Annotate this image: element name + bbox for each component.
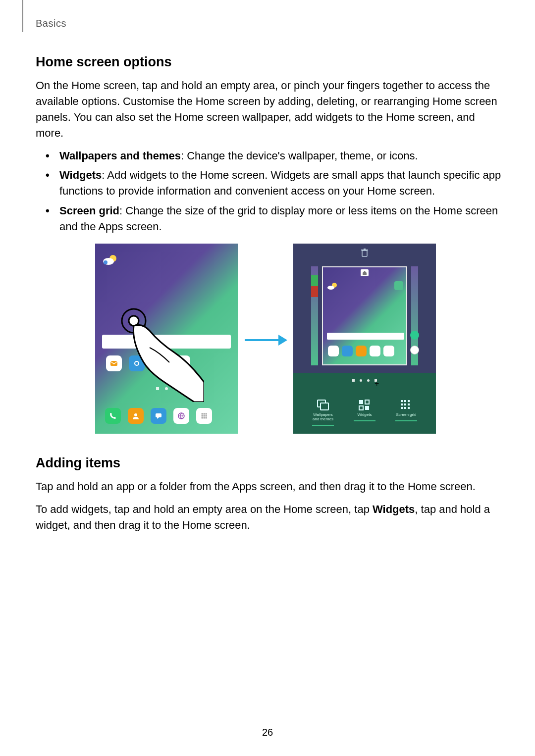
svg-rect-28 <box>359 400 363 404</box>
svg-point-16 <box>204 417 205 419</box>
app-email-icon <box>106 355 122 371</box>
heading-adding-items: Adding items <box>36 455 501 471</box>
mini-app-row <box>328 346 394 356</box>
svg-point-2 <box>104 260 107 264</box>
header-section-label: Basics <box>36 18 66 29</box>
svg-point-10 <box>204 413 205 415</box>
mini-app-2 <box>342 346 353 356</box>
svg-point-9 <box>202 413 203 415</box>
heading-home-screen-options: Home screen options <box>36 54 501 70</box>
svg-rect-33 <box>404 400 406 402</box>
svg-rect-35 <box>401 403 403 405</box>
option-label: Widgets <box>358 413 372 417</box>
bullet-screen-grid: Screen grid: Change the size of the grid… <box>36 203 501 235</box>
wallpapers-icon <box>317 399 329 411</box>
svg-rect-31 <box>365 406 369 410</box>
panel-right-icon-1 <box>410 331 419 340</box>
home-badge-icon <box>361 269 369 276</box>
option-label: Screen grid <box>396 413 417 417</box>
option-underline <box>395 420 417 421</box>
illustration-home-screen-options: + Wallpapers and themes Widgets <box>36 244 501 442</box>
dock-row <box>105 408 212 424</box>
svg-rect-36 <box>404 403 406 405</box>
page-number: 26 <box>262 727 273 738</box>
widgets-icon <box>358 399 371 411</box>
option-underline <box>354 420 375 421</box>
bullet-bold: Wallpapers and themes <box>59 150 181 162</box>
mini-apps-grid-icon <box>394 281 403 290</box>
phone-screenshot-normal <box>95 244 238 434</box>
option-wallpapers-themes: Wallpapers and themes <box>312 399 334 426</box>
weather-widget-icon <box>102 253 119 266</box>
svg-point-13 <box>204 415 205 417</box>
app-camera-icon <box>129 355 145 371</box>
svg-rect-7 <box>156 413 161 417</box>
bullet-wallpapers: Wallpapers and themes: Change the device… <box>36 148 501 164</box>
para2-pre: To add widgets, tap and hold an empty ar… <box>36 503 373 515</box>
bullet-rest: : Change the size of the grid to display… <box>59 204 498 233</box>
page-indicator-dots <box>156 387 177 390</box>
svg-rect-34 <box>408 400 410 402</box>
option-label: Wallpapers and themes <box>313 413 333 422</box>
bullet-widgets: Widgets: Add widgets to the Home screen.… <box>36 167 501 199</box>
grid-icon <box>400 399 413 411</box>
panel-preview-main <box>322 266 407 365</box>
svg-point-17 <box>206 417 207 419</box>
option-widgets: Widgets <box>354 399 375 426</box>
edit-options-row: Wallpapers and themes Widgets Screen gri… <box>302 399 427 426</box>
phone-screenshot-edit-mode: + Wallpapers and themes Widgets <box>293 244 436 434</box>
intro-paragraph: On the Home screen, tap and hold an empt… <box>36 78 501 141</box>
svg-rect-39 <box>404 407 406 409</box>
google-search-bar <box>102 335 231 349</box>
panel-indicator-dots: + <box>352 379 377 382</box>
mini-app-5 <box>383 346 394 356</box>
svg-rect-38 <box>401 407 403 409</box>
svg-point-6 <box>134 413 137 416</box>
svg-point-12 <box>202 415 203 417</box>
mini-weather-icon <box>327 282 338 290</box>
bullet-rest: : Change the device's wallpaper, theme, … <box>181 150 418 162</box>
app-playstore-icon <box>174 355 190 371</box>
panel-thumb-left <box>311 266 318 365</box>
home-app-row <box>106 355 190 371</box>
bullet-bold: Screen grid <box>59 204 119 217</box>
dock-apps-icon <box>196 408 212 424</box>
mini-search-bar <box>327 333 404 340</box>
app-gallery-icon <box>152 355 167 371</box>
option-screen-grid: Screen grid <box>395 399 417 426</box>
mini-app-1 <box>328 346 339 356</box>
svg-rect-22 <box>361 250 368 251</box>
svg-point-11 <box>206 413 207 415</box>
adding-items-para2: To add widgets, tap and hold an empty ar… <box>36 502 501 533</box>
svg-rect-21 <box>362 251 367 256</box>
svg-point-15 <box>202 417 203 419</box>
dock-internet-icon <box>173 408 189 424</box>
svg-rect-37 <box>408 403 410 405</box>
svg-rect-3 <box>110 361 117 366</box>
svg-rect-30 <box>359 406 363 410</box>
bullet-rest: : Add widgets to the Home screen. Widget… <box>59 169 501 197</box>
page-content: Home screen options On the Home screen, … <box>36 54 501 540</box>
options-bullet-list: Wallpapers and themes: Change the device… <box>36 148 501 235</box>
para2-bold: Widgets <box>373 503 415 515</box>
mini-app-3 <box>356 346 367 356</box>
dock-messages-icon <box>151 408 166 424</box>
svg-point-5 <box>135 362 138 365</box>
arrow-right-icon <box>244 333 288 348</box>
svg-rect-27 <box>321 403 328 410</box>
svg-point-14 <box>206 415 207 417</box>
panel-thumb-right <box>411 266 418 365</box>
bullet-bold: Widgets <box>59 169 102 181</box>
svg-rect-32 <box>401 400 403 402</box>
svg-rect-29 <box>365 400 369 404</box>
panel-right-icon-2 <box>410 346 419 354</box>
dock-contacts-icon <box>128 408 144 424</box>
header-tab-marker <box>22 0 23 32</box>
mini-app-4 <box>370 346 380 356</box>
option-underline <box>312 425 334 426</box>
trash-icon <box>361 249 369 257</box>
svg-point-25 <box>327 286 334 290</box>
dock-phone-icon <box>105 408 121 424</box>
svg-rect-40 <box>408 407 410 409</box>
adding-items-para1: Tap and hold an app or a folder from the… <box>36 479 501 495</box>
